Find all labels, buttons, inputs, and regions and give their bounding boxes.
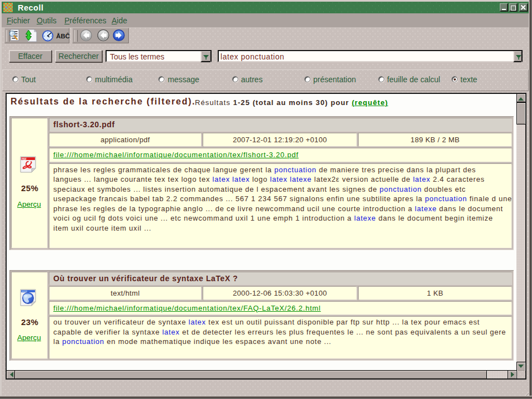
svg-text:PDF: PDF [22,158,27,161]
svg-text:ÅBĈ: ÅBĈ [56,33,70,39]
